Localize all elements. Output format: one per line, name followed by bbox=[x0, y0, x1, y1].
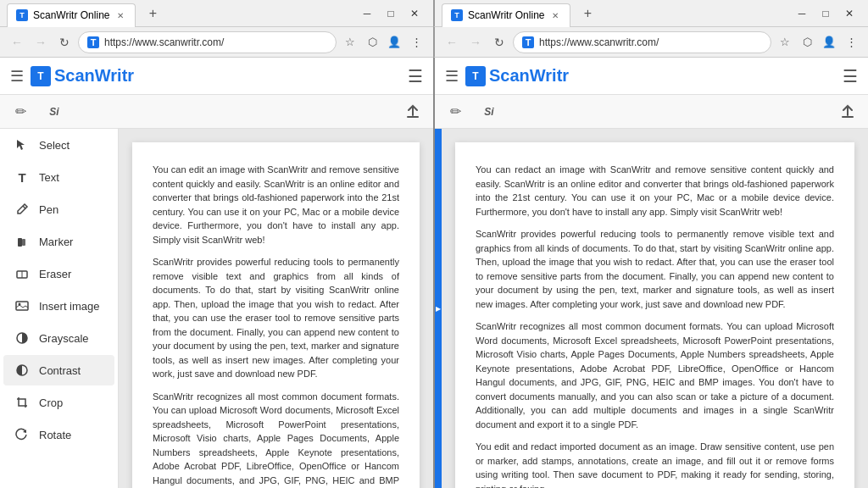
left-grayscale-label: Grayscale bbox=[39, 332, 89, 345]
left-doc-para-3: ScanWritr recognizes all most common doc… bbox=[153, 390, 399, 489]
right-signature-tool-button[interactable]: Si bbox=[476, 98, 503, 125]
right-bookmark-button[interactable]: ☆ bbox=[775, 32, 795, 53]
left-sidebar-item-insert-image[interactable]: Insert image bbox=[3, 291, 114, 321]
left-hamburger-menu[interactable]: ☰ bbox=[408, 66, 423, 86]
left-insert-image-icon bbox=[14, 297, 31, 314]
right-forward-button[interactable]: → bbox=[465, 32, 486, 53]
left-logo-text: ScanWritr bbox=[54, 66, 134, 86]
left-sidebar-toggle[interactable]: ☰ bbox=[10, 67, 24, 86]
left-select-label: Select bbox=[39, 139, 70, 152]
left-bookmark-button[interactable]: ☆ bbox=[340, 32, 360, 53]
right-maximize-button[interactable]: □ bbox=[814, 2, 837, 25]
left-new-tab-button[interactable]: + bbox=[142, 3, 163, 24]
right-toolbar: ✏ Si bbox=[435, 95, 868, 129]
left-toolbar: ✏ Si bbox=[0, 95, 433, 129]
right-upload-button[interactable] bbox=[834, 98, 861, 125]
left-sidebar-item-rotate[interactable]: Rotate bbox=[3, 419, 114, 450]
left-eraser-icon bbox=[14, 265, 31, 282]
left-site-icon: T bbox=[87, 36, 99, 48]
right-doc-para-1: You can redact an image with ScanWritr a… bbox=[476, 163, 834, 219]
svg-rect-0 bbox=[18, 238, 22, 247]
right-hamburger-menu[interactable]: ☰ bbox=[843, 66, 858, 86]
left-rotate-label: Rotate bbox=[39, 429, 71, 441]
left-browser-tab[interactable]: T ScanWritr Online ✕ bbox=[7, 3, 136, 27]
right-logo-text: ScanWritr bbox=[489, 66, 569, 86]
left-upload-button[interactable] bbox=[399, 98, 426, 125]
left-insert-image-label: Insert image bbox=[39, 300, 100, 313]
left-contrast-label: Contrast bbox=[39, 364, 81, 377]
right-sidebar-collapsed-indicator[interactable]: ▶ bbox=[435, 129, 442, 488]
right-tab-close[interactable]: ✕ bbox=[549, 9, 561, 21]
left-tab-close[interactable]: ✕ bbox=[114, 9, 126, 21]
left-sidebar-item-select[interactable]: Select bbox=[3, 130, 114, 160]
right-pen-tool-button[interactable]: ✏ bbox=[442, 98, 469, 125]
left-sidebar-item-marker[interactable]: Marker bbox=[3, 226, 114, 257]
right-more-button[interactable]: ⋮ bbox=[841, 32, 861, 53]
left-minimize-button[interactable]: ─ bbox=[355, 2, 379, 25]
right-doc-para-2: ScanWritr provides powerful reducing too… bbox=[476, 227, 834, 311]
right-site-icon: T bbox=[522, 36, 534, 48]
right-new-tab-button[interactable]: + bbox=[577, 3, 598, 24]
left-sidebar: Select T Text Pen bbox=[0, 129, 119, 488]
left-sidebar-item-pen[interactable]: Pen bbox=[3, 194, 114, 225]
left-pen-label: Pen bbox=[39, 203, 58, 216]
right-upload-icon bbox=[839, 103, 856, 120]
right-minimize-button[interactable]: ─ bbox=[790, 2, 814, 25]
svg-rect-1 bbox=[22, 239, 25, 246]
left-browser-bar: ← → ↻ T https://www.scanwritr.com/ ☆ ⬡ 👤… bbox=[0, 27, 433, 58]
left-refresh-button[interactable]: ↻ bbox=[54, 32, 75, 53]
left-doc-page: You can edit an image with ScanWritr and… bbox=[132, 142, 420, 488]
left-upload-icon bbox=[404, 103, 421, 120]
left-profile-button[interactable]: 👤 bbox=[384, 32, 404, 53]
left-sidebar-item-crop[interactable]: Crop bbox=[3, 387, 114, 418]
left-more-button[interactable]: ⋮ bbox=[406, 32, 426, 53]
right-app-logo: T ScanWritr bbox=[465, 66, 569, 86]
left-contrast-icon bbox=[14, 362, 31, 379]
left-app-logo: T ScanWritr bbox=[31, 66, 134, 86]
left-content-area: Select T Text Pen bbox=[0, 129, 433, 488]
right-close-button[interactable]: ✕ bbox=[837, 2, 861, 25]
left-sidebar-item-eraser[interactable]: Eraser bbox=[3, 258, 114, 289]
left-eraser-label: Eraser bbox=[39, 268, 71, 280]
left-address-bar[interactable]: T https://www.scanwritr.com/ bbox=[78, 31, 337, 53]
left-signature-tool-button[interactable]: Si bbox=[41, 98, 68, 125]
left-text-label: Text bbox=[39, 171, 59, 184]
right-back-button[interactable]: ← bbox=[442, 32, 462, 53]
right-doc-para-3: ScanWritr recognizes all most common doc… bbox=[476, 319, 834, 431]
left-back-button[interactable]: ← bbox=[7, 32, 27, 53]
left-select-icon bbox=[14, 136, 31, 153]
right-browser-tab[interactable]: T ScanWritr Online ✕ bbox=[442, 3, 570, 27]
right-tab-favicon: T bbox=[451, 9, 463, 21]
right-profile-button[interactable]: 👤 bbox=[819, 32, 839, 53]
right-logo-icon: T bbox=[465, 66, 486, 86]
left-marker-label: Marker bbox=[39, 236, 73, 248]
left-pen-tool-button[interactable]: ✏ bbox=[7, 98, 34, 125]
left-crop-label: Crop bbox=[39, 396, 63, 409]
right-content-area: ▶ You can redact an image with ScanWritr… bbox=[435, 129, 868, 488]
right-refresh-button[interactable]: ↻ bbox=[489, 32, 509, 53]
right-address-bar[interactable]: T https://www.scanwritr.com/ bbox=[513, 31, 771, 53]
left-text-icon: T bbox=[14, 169, 31, 186]
left-sidebar-item-text[interactable]: T Text bbox=[3, 162, 114, 192]
left-close-button[interactable]: ✕ bbox=[403, 2, 426, 25]
right-app-header: ☰ T ScanWritr ☰ bbox=[435, 58, 868, 95]
left-doc-para-2: ScanWritr provides powerful reducing too… bbox=[153, 255, 399, 381]
left-sidebar-item-contrast[interactable]: Contrast bbox=[3, 355, 114, 385]
left-pen-icon bbox=[14, 201, 31, 218]
left-maximize-button[interactable]: □ bbox=[379, 2, 403, 25]
left-url-text: https://www.scanwritr.com/ bbox=[104, 36, 327, 48]
right-doc-area[interactable]: You can redact an image with ScanWritr a… bbox=[442, 129, 868, 488]
left-rotate-icon bbox=[14, 426, 31, 443]
right-sidebar-toggle[interactable]: ☰ bbox=[445, 67, 459, 86]
left-grayscale-icon bbox=[14, 330, 31, 347]
left-extension-button[interactable]: ⬡ bbox=[362, 32, 382, 53]
left-sidebar-item-grayscale[interactable]: Grayscale bbox=[3, 323, 114, 353]
right-browser-bar: ← → ↻ T https://www.scanwritr.com/ ☆ ⬡ 👤… bbox=[433, 27, 868, 58]
left-doc-area[interactable]: You can edit an image with ScanWritr and… bbox=[119, 129, 433, 488]
left-forward-button[interactable]: → bbox=[31, 32, 51, 53]
right-tab-title: ScanWritr Online bbox=[468, 9, 544, 21]
left-crop-icon bbox=[14, 394, 31, 411]
right-doc-page: You can redact an image with ScanWritr a… bbox=[455, 142, 854, 488]
right-extension-button[interactable]: ⬡ bbox=[797, 32, 817, 53]
left-tab-title: ScanWritr Online bbox=[33, 9, 109, 21]
